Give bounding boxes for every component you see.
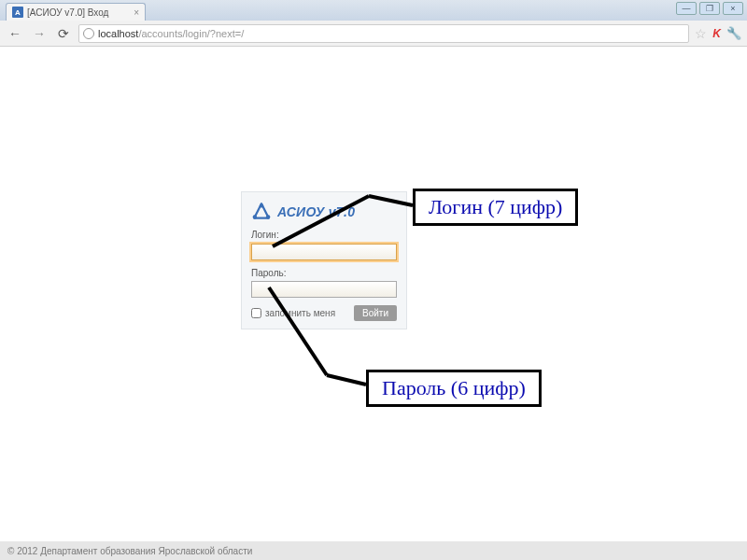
- footer: © 2012 Департамент образования Ярославск…: [0, 541, 747, 560]
- svg-point-0: [260, 203, 263, 207]
- remember-label: запомнить меня: [265, 308, 335, 318]
- maximize-button[interactable]: ❐: [699, 2, 720, 15]
- settings-wrench-icon[interactable]: 🔧: [726, 26, 741, 40]
- minimize-button[interactable]: —: [676, 2, 697, 15]
- address-bar[interactable]: localhost/accounts/login/?next=/: [78, 24, 689, 43]
- submit-button[interactable]: Войти: [354, 305, 397, 321]
- remember-me[interactable]: запомнить меня: [251, 308, 335, 318]
- login-label: Логин:: [251, 230, 397, 240]
- remember-checkbox[interactable]: [251, 308, 261, 318]
- svg-line-6: [327, 375, 366, 385]
- forward-button[interactable]: →: [30, 24, 49, 43]
- password-input[interactable]: [251, 281, 397, 298]
- url-host: localhost: [98, 28, 138, 39]
- app-logo-icon: [251, 202, 272, 222]
- password-label: Пароль:: [251, 268, 397, 278]
- url-path: /accounts/login/?next=/: [138, 28, 244, 39]
- browser-tab[interactable]: А [АСИОУ v7.0] Вход ×: [6, 3, 146, 21]
- footer-text: © 2012 Департамент образования Ярославск…: [7, 546, 252, 556]
- back-button[interactable]: ←: [6, 24, 24, 43]
- bookmark-icon[interactable]: ☆: [695, 26, 707, 41]
- toolbar: ← → ⟳ localhost/accounts/login/?next=/ ☆…: [0, 21, 747, 47]
- app-title: АСИОУ v7.0: [277, 204, 355, 219]
- tab-strip: А [АСИОУ v7.0] Вход × — ❐ ×: [0, 0, 747, 21]
- login-input[interactable]: [251, 244, 397, 260]
- page-content: АСИОУ v7.0 Логин: Пароль: запомнить меня…: [0, 47, 747, 541]
- globe-icon: [83, 28, 94, 39]
- login-panel: АСИОУ v7.0 Логин: Пароль: запомнить меня…: [241, 191, 407, 329]
- favicon-icon: А: [12, 7, 23, 18]
- close-window-button[interactable]: ×: [723, 2, 743, 15]
- annotation-password: Пароль (6 цифр): [366, 370, 542, 407]
- svg-point-1: [266, 215, 270, 218]
- svg-point-2: [253, 215, 257, 218]
- reload-button[interactable]: ⟳: [54, 24, 73, 43]
- close-tab-icon[interactable]: ×: [134, 7, 139, 18]
- kaspersky-icon[interactable]: K: [712, 27, 721, 40]
- annotation-login: Логин (7 цифр): [413, 189, 578, 226]
- tab-title: [АСИОУ v7.0] Вход: [27, 7, 108, 18]
